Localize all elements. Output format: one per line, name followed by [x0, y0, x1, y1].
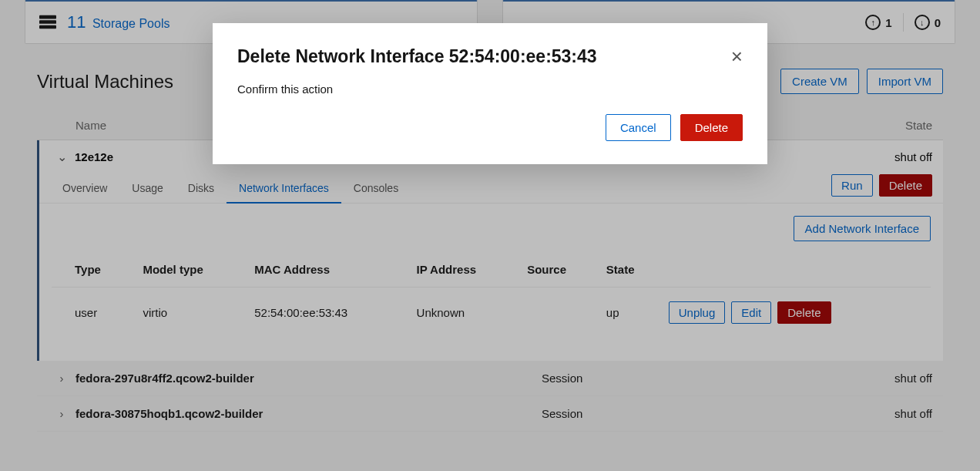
cancel-button[interactable]: Cancel	[606, 114, 671, 141]
modal-title: Delete Network Interface 52:54:00:ee:53:…	[237, 46, 597, 67]
confirm-delete-button[interactable]: Delete	[680, 114, 743, 141]
modal-body: Confirm this action	[237, 82, 743, 96]
close-icon[interactable]: ×	[731, 46, 743, 66]
delete-nic-modal: Delete Network Interface 52:54:00:ee:53:…	[213, 23, 767, 164]
